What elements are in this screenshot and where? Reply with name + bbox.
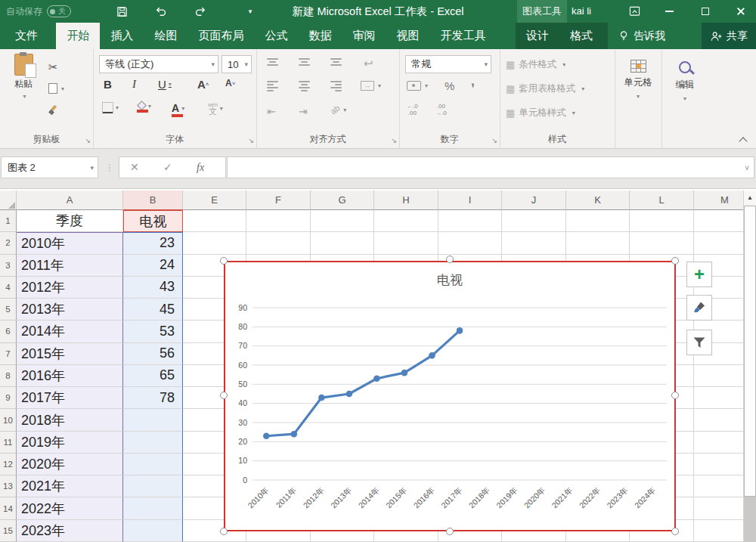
cells-button[interactable]: 单元格 ▾ <box>618 55 658 131</box>
row-header-1[interactable]: 1 <box>0 210 17 232</box>
column-header-F[interactable]: F <box>246 190 311 210</box>
name-box-dropdown-icon[interactable]: ▾ <box>90 164 94 172</box>
data-point[interactable] <box>318 395 325 401</box>
row-header-2[interactable]: 2 <box>0 232 17 254</box>
cell-I2[interactable] <box>438 232 502 254</box>
cell-B2[interactable]: 23 <box>123 232 183 254</box>
column-header-A[interactable]: A <box>17 190 123 210</box>
cell-A2[interactable]: 2010年 <box>17 232 123 254</box>
cancel-button[interactable]: ✕ <box>130 157 139 178</box>
decrease-indent-button[interactable]: ⇤ <box>267 105 276 117</box>
tab-开始[interactable]: 开始 <box>56 23 100 49</box>
chart-handle-ne[interactable] <box>671 257 679 265</box>
cell-K2[interactable] <box>566 232 630 254</box>
cell-G1[interactable] <box>311 210 374 232</box>
row-header-9[interactable]: 9 <box>0 387 17 409</box>
cell-H1[interactable] <box>374 210 438 232</box>
cell-B4[interactable]: 43 <box>123 277 183 299</box>
tab-file[interactable]: 文件 <box>0 23 53 49</box>
scrollbar-track[interactable] <box>744 497 756 542</box>
fill-color-button[interactable] <box>137 102 151 110</box>
row-header-3[interactable]: 3 <box>0 255 17 277</box>
cell-A13[interactable]: 2021年 <box>17 475 123 497</box>
chart-filters-button[interactable] <box>686 330 712 355</box>
maximize-button[interactable] <box>692 0 718 23</box>
share-button[interactable]: 共享 <box>702 23 756 49</box>
collapse-ribbon-button[interactable] <box>739 136 747 144</box>
cell-B7[interactable]: 56 <box>123 343 183 365</box>
row-header-11[interactable]: 11 <box>0 432 17 454</box>
cell-B6[interactable]: 53 <box>123 321 183 342</box>
cell-A12[interactable]: 2020年 <box>17 454 123 475</box>
cell-J2[interactable] <box>502 232 566 254</box>
redo-button[interactable] <box>191 3 210 20</box>
increase-indent-button[interactable]: ⇥ <box>299 105 308 117</box>
cell-G2[interactable] <box>311 232 374 254</box>
data-point[interactable] <box>291 431 298 438</box>
tab-页面布局[interactable]: 页面布局 <box>187 23 254 49</box>
data-point[interactable] <box>429 352 435 359</box>
cell-B10[interactable] <box>123 409 183 431</box>
comma-style-button[interactable]: , <box>471 78 475 85</box>
font-dialog-launcher-icon[interactable]: ↘ <box>248 138 254 144</box>
align-center-button[interactable] <box>299 81 310 91</box>
row-header-5[interactable]: 5 <box>0 299 17 321</box>
borders-button[interactable] <box>102 102 119 113</box>
cell-I1[interactable] <box>438 210 502 232</box>
font-color-button[interactable]: A <box>172 102 184 114</box>
data-point[interactable] <box>401 370 408 376</box>
scroll-up-icon[interactable]: ▲ <box>744 190 756 205</box>
number-format-select[interactable]: 常规▾ <box>405 55 491 73</box>
row-header-12[interactable]: 12 <box>0 454 17 475</box>
cell-A4[interactable]: 2012年 <box>17 277 123 299</box>
expand-formula-bar-icon[interactable]: ˅ <box>745 164 749 172</box>
cell-A5[interactable]: 2013年 <box>17 299 123 321</box>
wrap-text-button[interactable]: ↩ <box>364 57 373 70</box>
conditional-formatting-button[interactable]: ▦ 条件格式 <box>506 58 565 71</box>
cell-J1[interactable] <box>502 210 566 232</box>
font-name-select[interactable]: 等线 (正文)▾ <box>99 55 218 73</box>
close-button[interactable] <box>728 0 754 23</box>
cell-A11[interactable]: 2019年 <box>17 432 123 454</box>
cell-A14[interactable]: 2022年 <box>17 497 123 519</box>
column-header-G[interactable]: G <box>311 190 374 210</box>
align-right-button[interactable] <box>330 81 342 91</box>
column-header-E[interactable]: E <box>183 190 246 210</box>
percent-style-button[interactable]: % <box>445 79 454 92</box>
tab-design[interactable]: 设计 <box>516 23 559 49</box>
cell-styles-button[interactable]: ▦ 单元格样式 <box>506 107 575 119</box>
column-header-L[interactable]: L <box>630 190 694 210</box>
cell-K1[interactable] <box>566 210 630 232</box>
vertical-scrollbar[interactable]: ▲ <box>743 190 756 542</box>
data-point[interactable] <box>373 375 380 382</box>
data-point[interactable] <box>457 327 463 334</box>
align-top-button[interactable] <box>267 58 278 66</box>
row-header-15[interactable]: 15 <box>0 520 17 542</box>
paste-button[interactable]: 粘贴 <box>5 54 42 126</box>
column-header-H[interactable]: H <box>374 190 438 210</box>
chart-handle-w[interactable] <box>220 392 228 399</box>
tab-公式[interactable]: 公式 <box>254 23 298 49</box>
undo-button[interactable] <box>151 3 171 20</box>
cell-B13[interactable] <box>123 475 183 497</box>
cell-B5[interactable]: 45 <box>123 299 183 321</box>
formula-input[interactable]: ˅ <box>227 156 754 178</box>
enter-button[interactable]: ✓ <box>163 157 172 178</box>
chart-handle-n[interactable] <box>446 256 454 263</box>
increase-font-size-button[interactable]: A˄ <box>197 78 209 91</box>
cell-B1[interactable]: 电视 <box>123 210 183 232</box>
chart-handle-e[interactable] <box>671 392 679 399</box>
tab-format[interactable]: 格式 <box>559 23 603 49</box>
clipboard-dialog-launcher-icon[interactable]: ↘ <box>85 138 91 144</box>
cell-L1[interactable] <box>630 210 694 232</box>
chart-handle-se[interactable] <box>671 528 679 535</box>
format-painter-button[interactable] <box>48 101 80 119</box>
tell-me-button[interactable]: 告诉我 <box>618 23 665 49</box>
cell-A1[interactable]: 季度 <box>17 210 123 232</box>
decrease-decimal-button[interactable]: .00 →.0 <box>435 104 447 116</box>
row-header-6[interactable]: 6 <box>0 321 17 342</box>
cell-E1[interactable] <box>183 210 246 232</box>
row-header-14[interactable]: 14 <box>0 497 17 519</box>
increase-decimal-button[interactable]: ←.0 .00 <box>407 104 418 116</box>
cell-B3[interactable]: 24 <box>123 255 183 277</box>
